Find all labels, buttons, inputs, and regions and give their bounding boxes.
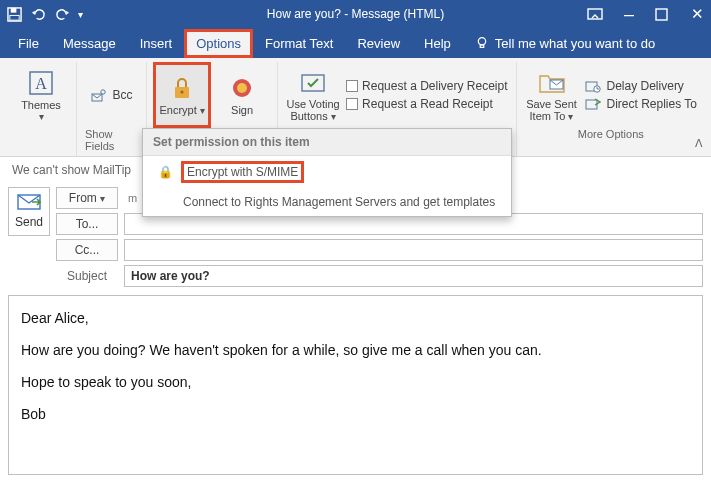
bcc-button[interactable]: Bcc	[91, 88, 133, 102]
send-envelope-icon	[17, 194, 41, 210]
chevron-down-icon: ▾	[568, 111, 573, 122]
dropdown-header: Set permission on this item	[143, 129, 511, 156]
delay-delivery-button[interactable]: Delay Delivery	[585, 79, 697, 93]
qat-more-icon[interactable]: ▾	[78, 9, 83, 20]
tab-help[interactable]: Help	[414, 31, 461, 56]
themes-button[interactable]: A Themes ▾	[14, 64, 68, 126]
direct-replies-icon	[585, 97, 601, 111]
from-value: m	[124, 192, 137, 204]
body-line: How are you doing? We haven't spoken for…	[21, 342, 690, 358]
svg-rect-1	[10, 7, 16, 12]
subject-label: Subject	[56, 269, 118, 283]
quick-access-toolbar: ▾	[6, 6, 83, 22]
tab-insert[interactable]: Insert	[130, 31, 183, 56]
group-show-fields: Bcc Show Fields	[77, 62, 147, 156]
checkbox-icon	[346, 98, 358, 110]
from-label: From	[69, 191, 97, 205]
svg-point-14	[237, 83, 247, 93]
svg-point-5	[478, 38, 485, 45]
send-button[interactable]: Send	[8, 187, 50, 236]
save-sent-label-2: Item To	[530, 110, 566, 122]
from-button[interactable]: From ▾	[56, 187, 118, 209]
body-line: Hope to speak to you soon,	[21, 374, 690, 390]
direct-replies-label: Direct Replies To	[607, 97, 697, 111]
save-sent-item-button[interactable]: Save SentItem To ▾	[525, 64, 579, 126]
tell-me[interactable]: Tell me what you want to do	[465, 31, 665, 56]
chevron-down-icon: ▾	[100, 193, 105, 204]
voting-label-2: Buttons	[290, 110, 327, 122]
svg-rect-3	[588, 9, 602, 19]
to-button[interactable]: To...	[56, 213, 118, 235]
encrypt-smime-label: Encrypt with S/MIME	[183, 163, 302, 181]
lock-icon: 🔒	[157, 165, 173, 179]
themes-icon: A	[27, 69, 55, 97]
delivery-receipt-label: Request a Delivery Receipt	[362, 79, 507, 93]
group-themes: A Themes ▾	[6, 62, 77, 156]
svg-point-12	[181, 90, 184, 93]
voting-buttons[interactable]: Use VotingButtons ▾	[286, 64, 340, 126]
chevron-down-icon: ▾	[39, 111, 44, 122]
redo-icon[interactable]	[54, 6, 70, 22]
minimize-button[interactable]: –	[621, 10, 637, 18]
window-controls: – ✕	[587, 5, 705, 23]
maximize-button[interactable]	[655, 8, 671, 21]
delay-delivery-label: Delay Delivery	[607, 79, 684, 93]
body-line: Dear Alice,	[21, 310, 690, 326]
lightbulb-icon	[475, 36, 489, 50]
group-more-options: Save SentItem To ▾ Delay Delivery Direct…	[517, 62, 705, 156]
body-line: Bob	[21, 406, 690, 422]
ribbon-tabs: File Message Insert Options Format Text …	[0, 28, 711, 58]
save-sent-label-1: Save Sent	[526, 98, 577, 110]
svg-rect-6	[480, 45, 484, 48]
collapse-ribbon-icon[interactable]: ᐱ	[695, 137, 703, 150]
sign-label: Sign	[231, 104, 253, 116]
svg-point-10	[100, 90, 104, 94]
tab-format-text[interactable]: Format Text	[255, 31, 343, 56]
folder-envelope-icon	[538, 68, 566, 96]
rms-connect-item[interactable]: Connect to Rights Management Servers and…	[143, 188, 511, 216]
bcc-icon	[91, 88, 107, 102]
direct-replies-button[interactable]: Direct Replies To	[585, 97, 697, 111]
message-body[interactable]: Dear Alice, How are you doing? We haven'…	[8, 295, 703, 475]
title-bar: ▾ How are you? - Message (HTML) – ✕	[0, 0, 711, 28]
encrypt-dropdown: Set permission on this item 🔒 Encrypt wi…	[142, 128, 512, 217]
sign-icon	[228, 74, 256, 102]
tab-options[interactable]: Options	[186, 31, 251, 56]
checkbox-icon	[346, 80, 358, 92]
show-fields-label: Show Fields	[85, 126, 138, 156]
cc-input[interactable]	[124, 239, 703, 261]
undo-icon[interactable]	[30, 6, 46, 22]
chevron-down-icon: ▾	[331, 111, 336, 122]
svg-rect-2	[9, 15, 18, 20]
more-options-label: More Options	[578, 126, 644, 144]
cc-button[interactable]: Cc...	[56, 239, 118, 261]
clock-envelope-icon	[585, 79, 601, 93]
lock-icon	[168, 74, 196, 102]
subject-input[interactable]: How are you?	[124, 265, 703, 287]
themes-label: Themes	[21, 99, 61, 111]
encrypt-button[interactable]: Encrypt ▾	[155, 64, 209, 126]
tab-file[interactable]: File	[8, 31, 49, 56]
voting-label-1: Use Voting	[287, 98, 340, 110]
send-label: Send	[15, 215, 43, 229]
tab-review[interactable]: Review	[347, 31, 410, 56]
read-receipt-label: Request a Read Receipt	[362, 97, 493, 111]
bcc-label: Bcc	[113, 88, 133, 102]
sign-button[interactable]: Sign	[215, 64, 269, 126]
svg-rect-4	[656, 9, 667, 20]
delivery-receipt-checkbox[interactable]: Request a Delivery Receipt	[346, 79, 507, 93]
close-button[interactable]: ✕	[689, 5, 705, 23]
tab-message[interactable]: Message	[53, 31, 126, 56]
save-icon[interactable]	[6, 6, 22, 22]
tell-me-label: Tell me what you want to do	[495, 36, 655, 51]
read-receipt-checkbox[interactable]: Request a Read Receipt	[346, 97, 507, 111]
encrypt-smime-item[interactable]: 🔒 Encrypt with S/MIME	[143, 156, 511, 188]
svg-text:A: A	[35, 75, 47, 92]
voting-icon	[299, 68, 327, 96]
ribbon-display-icon[interactable]	[587, 7, 603, 21]
encrypt-label: Encrypt	[159, 104, 196, 116]
chevron-down-icon: ▾	[200, 105, 205, 116]
rms-label: Connect to Rights Management Servers and…	[183, 195, 495, 209]
